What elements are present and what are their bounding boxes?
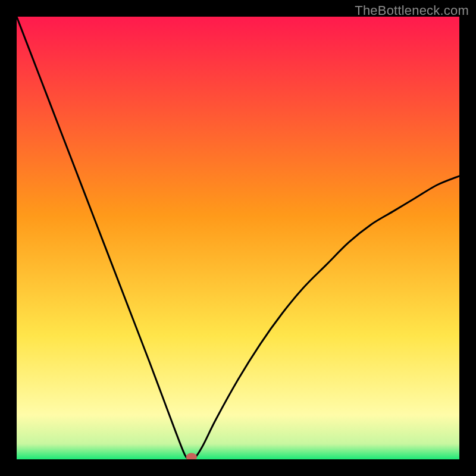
watermark-text: TheBottleneck.com [355,3,469,18]
gradient-background [17,17,459,459]
chart-svg [17,17,459,459]
plot-area [17,17,459,459]
chart-frame: TheBottleneck.com [0,0,476,476]
